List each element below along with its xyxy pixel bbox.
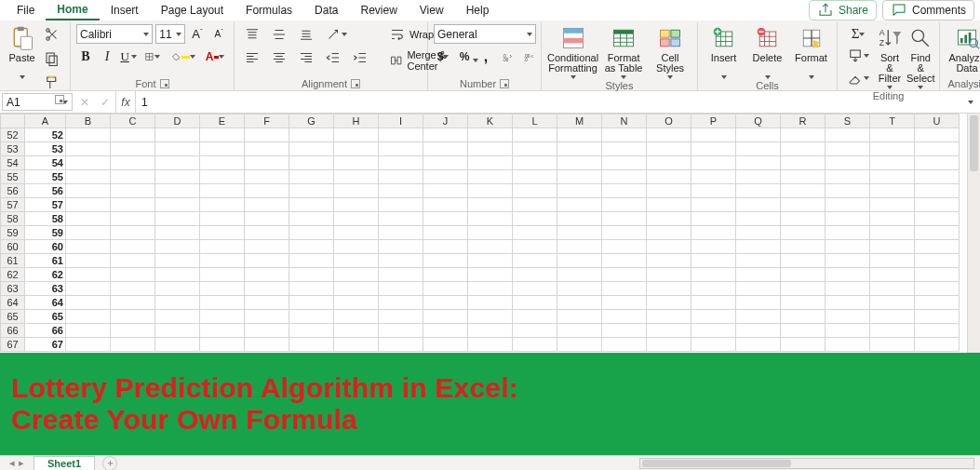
cancel-formula-button[interactable]: ✕	[74, 91, 95, 113]
cell[interactable]: 67	[25, 338, 66, 352]
col-header[interactable]: Q	[736, 114, 781, 128]
row-header[interactable]: 52	[1, 128, 25, 142]
italic-button[interactable]: I	[98, 47, 116, 66]
col-header[interactable]: B	[66, 114, 111, 128]
row-header[interactable]: 64	[1, 296, 25, 310]
col-header[interactable]: N	[602, 114, 647, 128]
scrollbar-thumb[interactable]	[970, 115, 978, 171]
font-color-button[interactable]: A	[202, 47, 228, 66]
cell[interactable]: 53	[25, 142, 66, 156]
col-header[interactable]: M	[557, 114, 602, 128]
format-cells-button[interactable]: Format	[791, 24, 831, 79]
font-size-combo[interactable]: 11	[155, 24, 185, 44]
increase-font-button[interactable]: Aˆ	[188, 25, 207, 44]
increase-indent-button[interactable]	[348, 47, 372, 68]
col-header[interactable]: T	[870, 114, 915, 128]
autosum-button[interactable]: Σ	[843, 24, 873, 44]
number-dialog-launcher[interactable]	[500, 79, 509, 88]
increase-decimal-button[interactable]: .0.00	[498, 47, 517, 67]
orientation-button[interactable]	[321, 24, 351, 45]
font-dialog-launcher[interactable]	[160, 79, 169, 88]
row-header[interactable]: 61	[1, 254, 25, 268]
fill-button[interactable]	[843, 46, 873, 66]
align-middle-button[interactable]	[267, 24, 291, 45]
select-all-corner[interactable]	[1, 114, 25, 128]
cell[interactable]: 64	[25, 296, 66, 310]
analyze-data-button[interactable]: Analyze Data	[946, 24, 980, 74]
cell[interactable]: 57	[25, 198, 66, 212]
align-center-button[interactable]	[267, 47, 291, 68]
percent-format-button[interactable]: %	[455, 47, 474, 66]
font-name-combo[interactable]: Calibri	[76, 24, 153, 44]
cell-styles-button[interactable]: Cell Styles	[649, 24, 691, 79]
fill-color-button[interactable]	[167, 47, 199, 67]
tab-review[interactable]: Review	[349, 1, 408, 20]
comments-button[interactable]: Comments	[882, 0, 974, 20]
cell[interactable]: 66	[25, 324, 66, 338]
number-format-combo[interactable]: General	[434, 24, 536, 44]
cell[interactable]: 60	[25, 240, 66, 254]
underline-button[interactable]: U	[119, 47, 138, 66]
format-painter-button[interactable]	[40, 73, 64, 93]
tab-data[interactable]: Data	[303, 1, 349, 20]
tab-scroll-right[interactable]: ▸	[19, 457, 24, 469]
row-header[interactable]: 59	[1, 226, 25, 240]
tab-scroll-left[interactable]: ◂	[9, 457, 15, 469]
find-select-button[interactable]: Find & Select	[906, 24, 935, 89]
align-right-button[interactable]	[294, 47, 318, 68]
cut-button[interactable]	[40, 24, 64, 45]
cell[interactable]: 63	[25, 282, 66, 296]
sheet-tab[interactable]: Sheet1	[34, 456, 95, 471]
insert-cells-button[interactable]: Insert	[704, 24, 744, 79]
row-header[interactable]: 62	[1, 268, 25, 282]
col-header[interactable]: O	[647, 114, 691, 128]
col-header[interactable]: I	[379, 114, 423, 128]
col-header[interactable]: U	[915, 114, 960, 128]
insert-function-button[interactable]: fx	[115, 91, 136, 113]
tab-view[interactable]: View	[409, 1, 455, 20]
align-bottom-button[interactable]	[294, 24, 318, 45]
paste-button[interactable]: Paste	[7, 24, 36, 79]
col-header[interactable]: H	[334, 114, 379, 128]
tab-formulas[interactable]: Formulas	[235, 1, 303, 20]
sort-filter-button[interactable]: AZ Sort & Filter	[877, 24, 903, 89]
row-header[interactable]: 65	[1, 310, 25, 324]
cell[interactable]: 65	[25, 310, 66, 324]
cell[interactable]: 54	[25, 156, 66, 170]
row-header[interactable]: 57	[1, 198, 25, 212]
clipboard-dialog-launcher[interactable]	[55, 95, 64, 104]
col-header[interactable]: S	[826, 114, 870, 128]
conditional-formatting-button[interactable]: Conditional Formatting	[547, 24, 598, 79]
row-header[interactable]: 58	[1, 212, 25, 226]
row-header[interactable]: 56	[1, 184, 25, 198]
cell[interactable]: 62	[25, 268, 66, 282]
row-header[interactable]: 67	[1, 338, 25, 352]
cell[interactable]: 59	[25, 226, 66, 240]
row-header[interactable]: 66	[1, 324, 25, 338]
align-top-button[interactable]	[240, 24, 264, 45]
col-header[interactable]: A	[25, 114, 66, 128]
borders-button[interactable]	[141, 47, 164, 67]
share-button[interactable]: Share	[809, 0, 877, 20]
cell[interactable]: 56	[25, 184, 66, 198]
cell[interactable]: 58	[25, 212, 66, 226]
cell[interactable]: 55	[25, 170, 66, 184]
decrease-font-button[interactable]: Aˇ	[209, 25, 228, 44]
decrease-indent-button[interactable]	[321, 47, 345, 68]
copy-button[interactable]	[40, 48, 64, 69]
row-header[interactable]: 54	[1, 156, 25, 170]
tab-page-layout[interactable]: Page Layout	[150, 1, 235, 20]
align-left-button[interactable]	[240, 47, 264, 68]
comma-format-button[interactable]: ,	[477, 47, 495, 67]
formula-bar[interactable]: 1	[136, 91, 961, 113]
tab-file[interactable]: File	[6, 1, 46, 20]
row-header[interactable]: 55	[1, 170, 25, 184]
row-header[interactable]: 63	[1, 282, 25, 296]
enter-formula-button[interactable]: ✓	[95, 91, 115, 113]
cell[interactable]: 52	[25, 128, 66, 142]
col-header[interactable]: L	[513, 114, 557, 128]
worksheet-grid[interactable]: A B C D E F G H I J K L M N O P Q R S T …	[0, 114, 980, 352]
row-header[interactable]: 60	[1, 240, 25, 254]
tab-insert[interactable]: Insert	[100, 1, 150, 20]
col-header[interactable]: E	[200, 114, 245, 128]
